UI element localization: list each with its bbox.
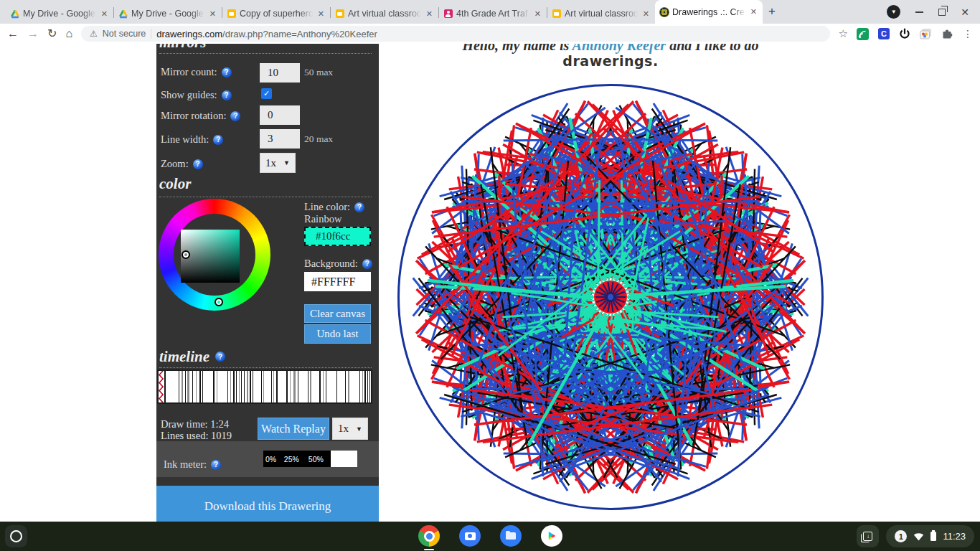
- background-help-icon[interactable]: ?: [362, 259, 372, 269]
- cast-extension-icon[interactable]: [857, 28, 869, 40]
- tab-3[interactable]: Copy of superhero✕: [222, 4, 330, 24]
- zoom-select[interactable]: 1x▼: [260, 153, 296, 173]
- timeline-bar: [298, 371, 298, 402]
- line-color-input[interactable]: [304, 227, 371, 246]
- play-store-app-icon[interactable]: [541, 525, 562, 547]
- tab-title: Drawerings .:. Crea: [672, 7, 745, 17]
- line-width-help-icon[interactable]: ?: [213, 135, 223, 145]
- mirror-count-max-note: 50 max: [304, 67, 333, 78]
- drawering-canvas[interactable]: [395, 82, 826, 512]
- page-title-line2: drawerings.: [562, 53, 658, 69]
- tab-1[interactable]: My Drive - Google D✕: [6, 4, 113, 24]
- reload-button[interactable]: ↻: [47, 28, 57, 39]
- clear-canvas-button[interactable]: Clear canvas: [304, 304, 371, 323]
- camera-app-icon[interactable]: [459, 525, 481, 547]
- timeline-bar: [236, 371, 237, 402]
- tab-6[interactable]: Art virtual classroo✕: [547, 4, 655, 24]
- saturation-marker[interactable]: [182, 250, 190, 259]
- download-drawering-button[interactable]: Download this Drawering: [156, 486, 379, 522]
- timeline-help-icon[interactable]: ?: [215, 352, 225, 362]
- tab-search-button[interactable]: ▼: [887, 5, 900, 19]
- show-guides-help-icon[interactable]: ?: [222, 90, 232, 100]
- back-button[interactable]: ←: [7, 28, 19, 39]
- tab-close-icon[interactable]: ✕: [532, 9, 543, 19]
- clock: 11:23: [943, 531, 966, 542]
- tab-close-icon[interactable]: ✕: [748, 7, 759, 17]
- system-tray: ↓ 1 11:23: [857, 525, 974, 547]
- show-guides-checkbox[interactable]: ✓: [261, 88, 272, 99]
- timeline-bar: [359, 371, 360, 402]
- timeline-bar: [364, 371, 366, 402]
- tab-5[interactable]: 4th Grade Art Traf✕: [439, 4, 547, 24]
- person-favicon: [444, 9, 453, 18]
- mirror-count-label: Mirror count:?: [161, 66, 232, 78]
- new-tab-button[interactable]: +: [768, 4, 776, 19]
- mirror-rotation-input[interactable]: [260, 105, 300, 125]
- ink-meter-help-icon[interactable]: ?: [211, 460, 221, 470]
- mirror-count-input[interactable]: [260, 63, 300, 83]
- ink-mark: 50%: [308, 455, 324, 463]
- tab-close-icon[interactable]: ✕: [99, 9, 110, 19]
- forward-button[interactable]: →: [27, 28, 39, 39]
- tab-4[interactable]: Art virtual classroo✕: [331, 4, 438, 24]
- screenshot-extension-icon[interactable]: [920, 28, 932, 39]
- screen-capture-button[interactable]: ↓: [857, 525, 879, 547]
- timeline-bar: [326, 371, 326, 402]
- timeline-strip[interactable]: [157, 369, 372, 404]
- window-controls: ▼ ✕: [876, 0, 980, 24]
- mirror-count-help-icon[interactable]: ?: [222, 67, 232, 77]
- tab-title: Copy of superhero: [240, 9, 313, 19]
- timeline-bar: [239, 371, 240, 402]
- shelf-apps: [418, 525, 562, 547]
- zoom-help-icon[interactable]: ?: [193, 159, 203, 169]
- line-width-input[interactable]: [260, 129, 300, 149]
- page-content: Hello, my name is Anthony Keefer and I l…: [0, 44, 980, 522]
- timeline-bar: [367, 371, 368, 402]
- timeline-bar: [276, 371, 278, 402]
- minimize-button[interactable]: [915, 11, 923, 13]
- launcher-button[interactable]: [5, 525, 27, 547]
- drawering-art: [395, 82, 826, 512]
- wifi-icon: [913, 532, 924, 541]
- replay-speed-select[interactable]: 1x▼: [332, 418, 368, 440]
- address-bar[interactable]: ⚠ Not secure drawerings.com/draw.php?nam…: [81, 26, 829, 42]
- title-suffix: and I like to do: [666, 44, 758, 53]
- timeline-bar: [217, 371, 217, 402]
- tab-close-icon[interactable]: ✕: [641, 9, 651, 19]
- extension-icons: C: [857, 28, 953, 40]
- chevron-down-icon: ▼: [356, 425, 362, 433]
- tab-close-icon[interactable]: ✕: [207, 9, 218, 19]
- timeline-bar: [261, 371, 262, 402]
- launcher-icon: [10, 530, 22, 542]
- watch-replay-button[interactable]: Watch Replay: [258, 418, 329, 440]
- status-area[interactable]: 1 11:23: [886, 525, 974, 547]
- browser-menu-icon[interactable]: ⋮: [963, 28, 973, 39]
- home-button[interactable]: ⌂: [65, 28, 72, 39]
- ink-meter: 0%25%50%: [263, 451, 357, 467]
- restore-button[interactable]: [938, 9, 946, 16]
- tab-strip: My Drive - Google D✕My Drive - Google D✕…: [0, 0, 980, 24]
- timeline-bar: [308, 371, 308, 402]
- background-color-input[interactable]: [304, 272, 371, 291]
- tab-close-icon[interactable]: ✕: [424, 9, 435, 19]
- bookmark-star-icon[interactable]: ☆: [839, 27, 848, 40]
- undo-last-button[interactable]: Undo last: [304, 324, 371, 344]
- line-color-help-icon[interactable]: ?: [354, 202, 364, 212]
- not-secure-icon[interactable]: ⚠: [90, 29, 98, 38]
- close-window-button[interactable]: ✕: [961, 7, 969, 17]
- tab-7[interactable]: Drawerings .:. Crea✕: [655, 0, 763, 24]
- files-app-icon[interactable]: [500, 525, 522, 547]
- c-extension-icon[interactable]: C: [878, 28, 890, 39]
- tab-2[interactable]: My Drive - Google D✕: [114, 4, 222, 24]
- background-label: Background:?: [304, 258, 372, 270]
- mirror-rotation-help-icon[interactable]: ?: [230, 111, 240, 121]
- extensions-puzzle-icon[interactable]: [941, 28, 953, 39]
- timeline-bar: [227, 371, 228, 402]
- chevron-down-icon: ▼: [283, 159, 290, 166]
- power-extension-icon[interactable]: [899, 28, 910, 39]
- chrome-app-icon[interactable]: [418, 525, 440, 547]
- hue-marker[interactable]: [215, 298, 223, 306]
- timeline-bar: [323, 371, 324, 402]
- tab-strip-tabs: My Drive - Google D✕My Drive - Google D✕…: [6, 0, 763, 24]
- tab-close-icon[interactable]: ✕: [316, 9, 326, 19]
